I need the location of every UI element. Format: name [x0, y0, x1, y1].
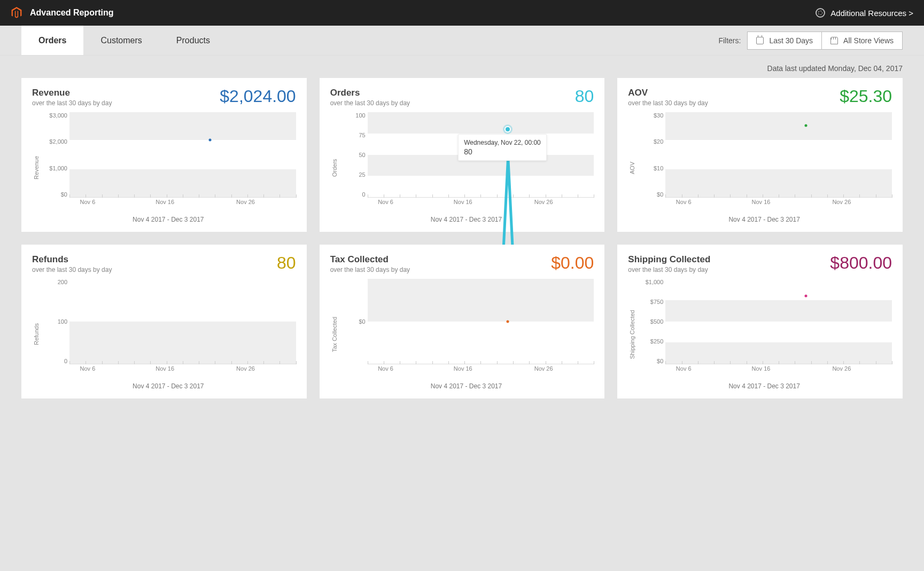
aov-tickbar	[665, 194, 892, 198]
shipping-chart[interactable]: $1,000 $750 $500 $250 $0 Nov 6 Nov	[636, 279, 892, 390]
filters-label: Filters:	[718, 36, 741, 45]
shipping-y-ticks: $1,000 $750 $500 $250 $0	[640, 279, 663, 364]
store-filter-button[interactable]: All Store Views	[822, 32, 903, 50]
card-shipping: Shipping Collected over the last 30 days…	[617, 245, 903, 398]
card-shipping-title: Shipping Collected	[628, 254, 710, 265]
additional-resources-link[interactable]: Additional Resources >	[816, 8, 913, 18]
app-title: Advanced Reporting	[30, 8, 113, 18]
additional-resources-label: Additional Resources >	[830, 9, 913, 18]
filters: Filters: Last 30 Days All Store Views	[718, 32, 903, 50]
refunds-chart-footer: Nov 4 2017 - Dec 3 2017	[41, 382, 296, 390]
refunds-x-ticks: Nov 6 Nov 16 Nov 26	[69, 365, 296, 375]
card-refunds-title: Refunds	[32, 254, 112, 265]
tabs: Orders Customers Products	[21, 26, 227, 55]
orders-y-axis-label: Orders	[330, 112, 339, 223]
shipping-data-point	[805, 294, 807, 297]
card-shipping-subtitle: over the last 30 days by day	[628, 266, 710, 273]
refunds-y-ticks: 200 100 0	[44, 279, 67, 364]
card-aov-value: $25.30	[840, 88, 892, 105]
tax-y-ticks: $0	[342, 279, 366, 364]
calendar-icon	[756, 37, 764, 44]
tab-products[interactable]: Products	[159, 26, 227, 55]
topbar-left: Advanced Reporting	[11, 7, 113, 19]
revenue-y-axis-label: Revenue	[32, 112, 41, 223]
magento-logo-icon	[11, 7, 22, 19]
card-tax-subtitle: over the last 30 days by day	[330, 266, 410, 273]
refunds-plot-area	[69, 279, 296, 364]
aov-y-axis-label: AOV	[628, 112, 636, 223]
card-revenue-title: Revenue	[32, 88, 112, 98]
orders-x-ticks: Nov 6 Nov 16 Nov 26	[368, 199, 594, 208]
revenue-plot-area	[69, 112, 296, 198]
aov-data-point	[805, 124, 807, 127]
refunds-y-axis-label: Refunds	[32, 279, 41, 390]
shipping-plot-area	[665, 279, 892, 364]
card-aov: AOV over the last 30 days by day $25.30 …	[617, 78, 903, 232]
card-refunds-subtitle: over the last 30 days by day	[32, 266, 112, 273]
last-updated-text: Data last updated Monday, Dec 04, 2017	[0, 56, 924, 78]
orders-tooltip-value: 80	[464, 147, 541, 156]
shipping-x-ticks: Nov 6 Nov 16 Nov 26	[665, 365, 892, 375]
aov-chart-footer: Nov 4 2017 - Dec 3 2017	[636, 216, 892, 223]
shipping-y-axis-label: Shipping Collected	[628, 279, 636, 390]
tab-customers[interactable]: Customers	[83, 26, 159, 55]
card-aov-title: AOV	[628, 88, 708, 98]
cards-grid: Revenue over the last 30 days by day $2,…	[0, 78, 924, 420]
orders-chart[interactable]: 100 75 50 25 0 Wednesda	[339, 112, 594, 223]
revenue-x-ticks: Nov 6 Nov 16 Nov 26	[69, 199, 296, 208]
card-tax: Tax Collected over the last 30 days by d…	[320, 245, 605, 398]
aov-chart[interactable]: $30 $20 $10 $0 Nov 6 Nov 16 Nov 26	[636, 112, 892, 223]
revenue-y-ticks: $3,000 $2,000 $1,000 $0	[44, 112, 67, 198]
topbar: Advanced Reporting Additional Resources …	[0, 0, 924, 26]
tab-orders[interactable]: Orders	[21, 26, 83, 55]
tax-chart[interactable]: $0 Nov 6 Nov 16 Nov 26 Nov 4 2017 - Dec …	[339, 279, 594, 390]
tax-plot-area	[368, 279, 594, 364]
shipping-tickbar	[665, 361, 892, 364]
card-refunds-value: 80	[277, 254, 296, 271]
card-refunds: Refunds over the last 30 days by day 80 …	[21, 245, 307, 398]
card-revenue: Revenue over the last 30 days by day $2,…	[21, 78, 307, 232]
orders-y-ticks: 100 75 50 25 0	[342, 112, 366, 198]
aov-x-ticks: Nov 6 Nov 16 Nov 26	[665, 199, 892, 208]
tax-tickbar	[368, 361, 594, 364]
aov-plot-area	[665, 112, 892, 198]
shipping-chart-footer: Nov 4 2017 - Dec 3 2017	[636, 382, 892, 390]
date-filter-label: Last 30 Days	[769, 36, 813, 45]
orders-tooltip: Wednesday, Nov 22, 00:00 80	[458, 134, 547, 161]
tax-data-point	[507, 320, 509, 323]
aov-y-ticks: $30 $20 $10 $0	[640, 112, 663, 198]
globe-icon	[816, 8, 825, 18]
orders-highlight-marker-icon	[503, 124, 513, 134]
orders-tooltip-date: Wednesday, Nov 22, 00:00	[464, 139, 541, 146]
revenue-chart[interactable]: $3,000 $2,000 $1,000 $0 Nov 6 Nov 16	[41, 112, 296, 223]
refunds-tickbar	[69, 361, 296, 364]
card-tax-value: $0.00	[551, 254, 594, 271]
card-tax-title: Tax Collected	[330, 254, 410, 265]
tax-x-ticks: Nov 6 Nov 16 Nov 26	[368, 365, 594, 375]
revenue-tickbar	[69, 194, 296, 198]
card-orders: Orders over the last 30 days by day 80 O…	[320, 78, 605, 232]
tabbar: Orders Customers Products Filters: Last …	[0, 26, 924, 56]
orders-plot-area: Wednesday, Nov 22, 00:00 80	[368, 112, 594, 198]
card-revenue-subtitle: over the last 30 days by day	[32, 99, 112, 107]
card-aov-subtitle: over the last 30 days by day	[628, 99, 708, 107]
revenue-chart-footer: Nov 4 2017 - Dec 3 2017	[41, 216, 296, 223]
tax-chart-footer: Nov 4 2017 - Dec 3 2017	[339, 382, 594, 390]
card-shipping-value: $800.00	[830, 254, 892, 271]
card-orders-title: Orders	[330, 88, 410, 98]
orders-tickbar	[368, 194, 594, 198]
card-orders-subtitle: over the last 30 days by day	[330, 99, 410, 107]
revenue-data-point	[208, 139, 211, 142]
date-filter-button[interactable]: Last 30 Days	[747, 32, 822, 50]
store-filter-label: All Store Views	[843, 36, 894, 45]
refunds-chart[interactable]: 200 100 0 Nov 6 Nov 16 Nov 26 Nov 4 2017…	[41, 279, 296, 390]
tax-y-axis-label: Tax Collected	[330, 279, 339, 390]
card-revenue-value: $2,024.00	[220, 88, 296, 105]
store-icon	[830, 37, 838, 44]
card-orders-value: 80	[575, 88, 594, 105]
